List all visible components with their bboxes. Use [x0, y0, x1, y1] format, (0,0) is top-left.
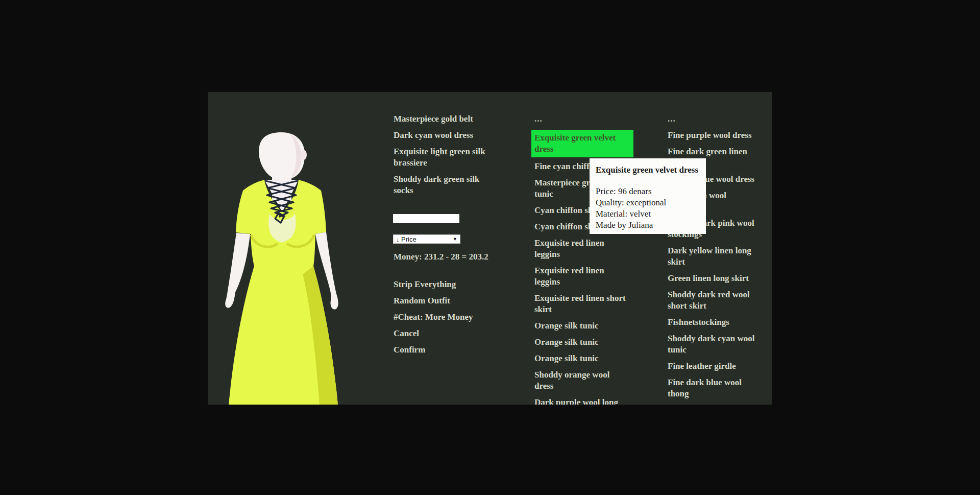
money-text: Money: 231.2 - 28 = 203.2	[394, 251, 488, 263]
shop-item[interactable]: Exquisite red linen leggins	[534, 238, 643, 260]
list-ellipsis: ...	[668, 113, 768, 125]
wardrobe-panel: Masterpiece gold belt Dark cyan wool dre…	[208, 92, 772, 405]
shop-item[interactable]: Shoddy dark cyan wool tunic	[668, 333, 768, 356]
shop-item[interactable]: Green linen long skirt	[668, 273, 768, 284]
tooltip-price: Price: 96 denars	[596, 186, 700, 197]
shop-item[interactable]: Fine leather girdle	[668, 361, 768, 372]
shop-item[interactable]: Dark purple wool long skirt	[534, 397, 643, 405]
shop-item[interactable]: Fine dark blue wool thong	[668, 377, 768, 399]
shop-item[interactable]: Fishnetstockings	[668, 317, 768, 328]
sort-select[interactable]: ↓ Price ▼	[393, 234, 460, 244]
action-buttons: Strip Everything Random Outfit #Cheat: M…	[394, 279, 506, 361]
worn-item[interactable]: Masterpiece gold belt	[394, 113, 503, 125]
worn-item[interactable]: Exquisite light green silk brassiere	[394, 146, 503, 169]
worn-item[interactable]: Dark cyan wool dress	[394, 130, 503, 141]
mannequin-figure	[219, 125, 362, 405]
shop-item[interactable]: Orange silk tunic	[534, 320, 643, 332]
shop-column-2: ... Fine purple wool dress Fine dark gre…	[668, 113, 768, 405]
shop-item[interactable]: Dark yellow linen long skirt	[668, 245, 768, 268]
shop-item[interactable]: Orange silk tunic	[534, 337, 643, 348]
sort-select-value: ↓ Price	[396, 235, 416, 243]
confirm-button[interactable]: Confirm	[394, 344, 506, 356]
tooltip-quality: Quality: exceptional	[596, 197, 700, 208]
strip-everything-button[interactable]: Strip Everything	[394, 279, 506, 290]
item-tooltip: Exquisite green velvet dress Price: 96 d…	[590, 158, 706, 234]
filter-input[interactable]	[393, 214, 459, 223]
tooltip-maker: Made by Juliana	[596, 220, 700, 231]
shop-item[interactable]: Exquisite red linen short skirt	[534, 293, 643, 315]
worn-items-list: Masterpiece gold belt Dark cyan wool dre…	[394, 113, 503, 201]
cancel-button[interactable]: Cancel	[394, 328, 506, 339]
cheat-more-money-button[interactable]: #Cheat: More Money	[394, 312, 506, 323]
shop-column-1: ... Exquisite green velvet dress Fine cy…	[534, 113, 643, 405]
list-ellipsis: ...	[534, 113, 643, 125]
worn-item[interactable]: Shoddy dark green silk socks	[394, 174, 503, 196]
shop-item-selected[interactable]: Exquisite green velvet dress	[531, 130, 633, 157]
shop-item[interactable]: Orange silk tunic	[534, 353, 643, 364]
dropdown-arrow-icon: ▼	[453, 237, 457, 242]
tooltip-material: Material: velvet	[596, 208, 700, 220]
random-outfit-button[interactable]: Random Outfit	[394, 295, 506, 307]
shop-item[interactable]: Shoddy orange wool dress	[534, 369, 643, 392]
tooltip-title: Exquisite green velvet dress	[596, 164, 700, 176]
mannequin-ear	[301, 150, 307, 160]
shop-item[interactable]: Fine purple wool dress	[668, 130, 768, 141]
shop-item[interactable]: Exquisite red linen leggins	[534, 265, 643, 288]
shop-item[interactable]: Shoddy dark red wool short skirt	[668, 289, 768, 312]
